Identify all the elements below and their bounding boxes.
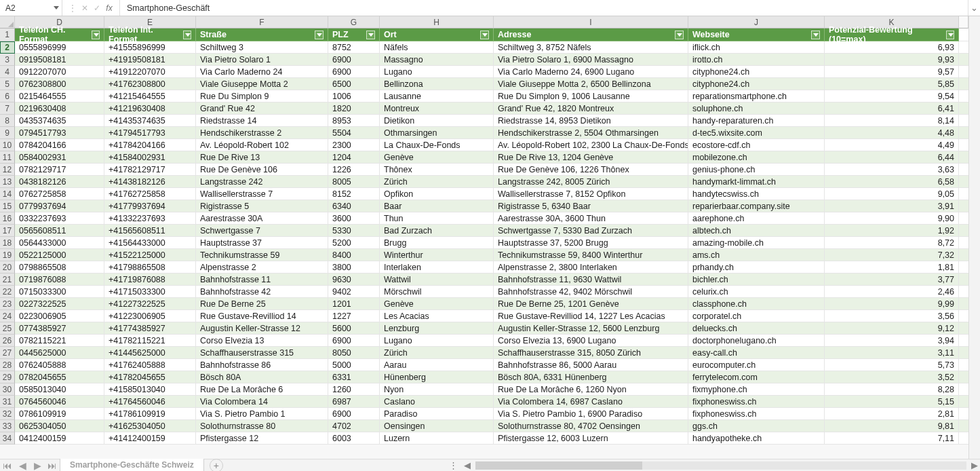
- filter-icon[interactable]: [366, 31, 375, 39]
- cell[interactable]: +41794517793: [104, 127, 196, 139]
- cell[interactable]: Augustin Keller-Strasse 12, 5600 Lenzbur…: [494, 322, 688, 335]
- cell[interactable]: 9,81: [825, 420, 959, 432]
- cell[interactable]: Thun: [380, 212, 494, 225]
- cell[interactable]: Montreux: [380, 102, 494, 115]
- filter-icon[interactable]: [946, 31, 954, 39]
- cell[interactable]: Corso Elvezia 13: [196, 335, 328, 347]
- cell[interactable]: Bahnhofstrasse 11, 9630 Wattwil: [494, 274, 688, 286]
- cell[interactable]: deluecks.ch: [688, 322, 825, 335]
- cell[interactable]: 7,11: [825, 432, 959, 445]
- row-header[interactable]: 15: [0, 200, 15, 212]
- row-header[interactable]: 18: [0, 237, 15, 249]
- cell[interactable]: +41438182126: [104, 176, 196, 188]
- cell[interactable]: Schiltweg 3, 8752 Näfels: [494, 41, 688, 54]
- cancel-icon[interactable]: ✕: [79, 3, 91, 13]
- cell[interactable]: 3,11: [825, 347, 959, 359]
- cell[interactable]: +41223006905: [104, 310, 196, 322]
- cell[interactable]: 0555896999: [15, 41, 104, 54]
- cell[interactable]: 0522125000: [15, 249, 104, 261]
- cell[interactable]: Hauptstrasse 37: [196, 237, 328, 249]
- cell[interactable]: Rue De Genève 106: [196, 164, 328, 176]
- cell[interactable]: Wattwil: [380, 274, 494, 286]
- cell[interactable]: 0762725858: [15, 188, 104, 200]
- cell[interactable]: 3600: [328, 212, 380, 225]
- row-header[interactable]: 17: [0, 225, 15, 237]
- cell[interactable]: 8,14: [825, 115, 959, 127]
- cell[interactable]: +41782045655: [104, 371, 196, 383]
- cell[interactable]: Wallisellerstrasse 7: [196, 188, 328, 200]
- cell[interactable]: iflick.ch: [688, 41, 825, 54]
- col-header[interactable]: H: [380, 16, 494, 29]
- cell[interactable]: irotto.ch: [688, 54, 825, 66]
- col-header[interactable]: G: [328, 16, 380, 29]
- cell[interactable]: reparierbaar.company.site: [688, 200, 825, 212]
- cell[interactable]: ggs.ch: [688, 420, 825, 432]
- cell[interactable]: Rue De Rive 13, 1204 Genève: [494, 151, 688, 164]
- cell[interactable]: Les Acacias: [380, 310, 494, 322]
- cell[interactable]: +41715033300: [104, 286, 196, 298]
- cell[interactable]: Rue Gustave-Revilliod 14, 1227 Les Acaci…: [494, 310, 688, 322]
- cell[interactable]: +41762725858: [104, 188, 196, 200]
- cell[interactable]: +41445625000: [104, 347, 196, 359]
- cell[interactable]: 6340: [328, 200, 380, 212]
- cell[interactable]: +41919508181: [104, 54, 196, 66]
- cell[interactable]: Via S. Pietro Pambio 1: [196, 408, 328, 420]
- scroll-left-icon[interactable]: ◀: [462, 460, 473, 470]
- cell[interactable]: La Chaux-De-Fonds: [380, 139, 494, 151]
- row-header[interactable]: 11: [0, 151, 15, 164]
- cell[interactable]: 5000: [328, 359, 380, 371]
- cell[interactable]: Via Carlo Maderno 24, 6900 Lugano: [494, 66, 688, 78]
- cell[interactable]: +41522125000: [104, 249, 196, 261]
- cell[interactable]: Rue De Rive 13: [196, 151, 328, 164]
- row-header[interactable]: 24: [0, 310, 15, 322]
- cell[interactable]: Bad Zurzach: [380, 225, 494, 237]
- cell[interactable]: Brugg: [380, 237, 494, 249]
- cell[interactable]: Grand' Rue 42: [196, 102, 328, 115]
- cell[interactable]: 5504: [328, 127, 380, 139]
- cell[interactable]: Dietikon: [380, 115, 494, 127]
- row-header[interactable]: 9: [0, 127, 15, 139]
- cell[interactable]: Schaffhauserstrasse 315: [196, 347, 328, 359]
- cell[interactable]: Aarau: [380, 359, 494, 371]
- cell[interactable]: Nyon: [380, 383, 494, 396]
- cell[interactable]: soluphone.ch: [688, 102, 825, 115]
- cell[interactable]: +41786109919: [104, 408, 196, 420]
- cell[interactable]: 2,46: [825, 286, 959, 298]
- cell[interactable]: 0227322525: [15, 298, 104, 310]
- cell[interactable]: fixmyphone.ch: [688, 383, 825, 396]
- cell[interactable]: Technikumstrasse 59, 8400 Winterthur: [494, 249, 688, 261]
- cell[interactable]: ferrytelecom.com: [688, 371, 825, 383]
- select-all-corner[interactable]: [0, 16, 15, 29]
- cell[interactable]: Caslano: [380, 396, 494, 408]
- cell[interactable]: eurocomputer.ch: [688, 359, 825, 371]
- cell[interactable]: easy-call.ch: [688, 347, 825, 359]
- col-header[interactable]: F: [196, 16, 328, 29]
- filter-icon[interactable]: [315, 31, 324, 39]
- row-header[interactable]: 10: [0, 139, 15, 151]
- cell[interactable]: 3,91: [825, 200, 959, 212]
- cell[interactable]: 1260: [328, 383, 380, 396]
- table-header-cell[interactable]: Adresse: [494, 29, 688, 41]
- cell[interactable]: Näfels: [380, 41, 494, 54]
- cell[interactable]: Genève: [380, 151, 494, 164]
- cell[interactable]: Bellinzona: [380, 78, 494, 90]
- cell[interactable]: +41798865508: [104, 261, 196, 274]
- cell[interactable]: 0223006905: [15, 310, 104, 322]
- cell[interactable]: +41585013040: [104, 383, 196, 396]
- cell[interactable]: 6900: [328, 335, 380, 347]
- cell[interactable]: Massagno: [380, 54, 494, 66]
- row-header[interactable]: 28: [0, 359, 15, 371]
- filter-icon[interactable]: [675, 31, 684, 39]
- cell[interactable]: Rue Du Simplon 9: [196, 90, 328, 102]
- row-header[interactable]: 4: [0, 66, 15, 78]
- cell[interactable]: aarephone.ch: [688, 212, 825, 225]
- table-header-cell[interactable]: Telefon Int. Format: [104, 29, 196, 41]
- cell[interactable]: amazing-mobile.ch: [688, 237, 825, 249]
- cell[interactable]: Schiltweg 3: [196, 41, 328, 54]
- cell[interactable]: Via Pietro Solaro 1: [196, 54, 328, 66]
- cell[interactable]: 0219630408: [15, 102, 104, 115]
- row-header[interactable]: 26: [0, 335, 15, 347]
- row-header[interactable]: 5: [0, 78, 15, 90]
- cell[interactable]: 1201: [328, 298, 380, 310]
- cell[interactable]: 4702: [328, 420, 380, 432]
